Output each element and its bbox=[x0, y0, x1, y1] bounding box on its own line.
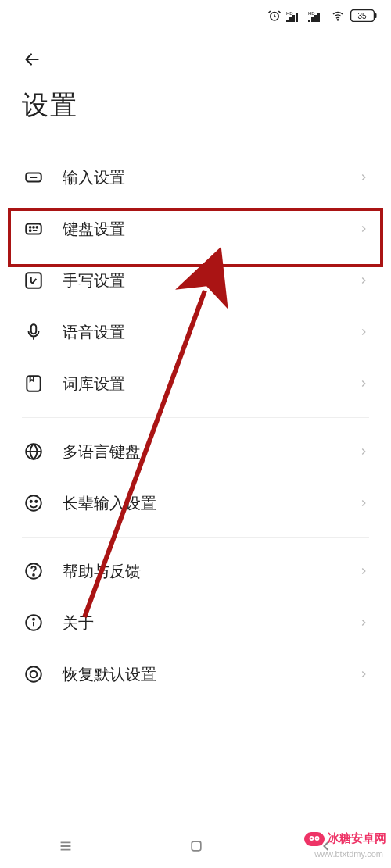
svg-rect-2 bbox=[286, 20, 289, 22]
settings-list: 输入设置 键盘设置 手写设置 语音设置 词库设置 多语言键盘 bbox=[0, 130, 391, 700]
row-label: 键盘设置 bbox=[63, 219, 358, 240]
row-keyboard-settings[interactable]: 键盘设置 bbox=[0, 203, 391, 255]
row-about[interactable]: 关于 bbox=[0, 597, 391, 648]
square-icon bbox=[188, 838, 204, 854]
row-label: 语音设置 bbox=[63, 322, 358, 343]
info-icon bbox=[22, 611, 45, 634]
nav-home-button[interactable] bbox=[188, 838, 204, 857]
alarm-icon bbox=[267, 9, 282, 23]
svg-rect-13 bbox=[375, 13, 377, 18]
svg-point-18 bbox=[33, 227, 34, 228]
svg-point-32 bbox=[26, 666, 41, 682]
row-label: 词库设置 bbox=[63, 373, 358, 395]
svg-text:HD: HD bbox=[286, 11, 293, 16]
divider bbox=[22, 417, 369, 418]
chevron-right-icon bbox=[358, 275, 369, 286]
globe-icon bbox=[22, 440, 45, 463]
svg-rect-7 bbox=[308, 20, 310, 22]
chevron-right-icon bbox=[358, 327, 369, 338]
reset-icon bbox=[22, 663, 45, 686]
chevron-right-icon bbox=[358, 223, 369, 234]
chevron-right-icon bbox=[358, 617, 369, 628]
svg-point-38 bbox=[316, 837, 317, 838]
svg-rect-16 bbox=[26, 224, 41, 234]
chevron-right-icon bbox=[358, 172, 369, 183]
row-label: 手写设置 bbox=[63, 270, 358, 291]
row-label: 帮助与反馈 bbox=[63, 561, 358, 582]
bookmark-icon bbox=[22, 372, 45, 395]
nav-recent-button[interactable] bbox=[57, 838, 74, 858]
keyboard-icon bbox=[22, 217, 45, 241]
svg-point-29 bbox=[33, 574, 34, 576]
row-label: 输入设置 bbox=[63, 167, 358, 188]
row-input-settings[interactable]: 输入设置 bbox=[0, 152, 391, 203]
chevron-right-icon bbox=[358, 498, 369, 509]
svg-point-37 bbox=[310, 837, 312, 838]
svg-rect-5 bbox=[296, 13, 298, 22]
svg-text:35: 35 bbox=[357, 12, 367, 20]
svg-point-11 bbox=[337, 20, 338, 20]
svg-point-33 bbox=[30, 671, 38, 678]
svg-point-31 bbox=[33, 619, 34, 620]
svg-rect-39 bbox=[192, 841, 201, 851]
row-label: 长辈输入设置 bbox=[63, 493, 358, 514]
svg-rect-22 bbox=[31, 324, 37, 334]
chevron-right-icon bbox=[358, 378, 369, 389]
status-bar: HD HD 35 bbox=[0, 0, 391, 31]
row-reset-defaults[interactable]: 恢复默认设置 bbox=[0, 648, 391, 700]
row-voice-settings[interactable]: 语音设置 bbox=[0, 306, 391, 358]
svg-rect-4 bbox=[292, 15, 295, 22]
svg-rect-10 bbox=[317, 13, 320, 22]
signal2-icon: HD bbox=[308, 9, 325, 22]
svg-rect-9 bbox=[314, 15, 317, 22]
row-label: 恢复默认设置 bbox=[63, 664, 358, 685]
svg-point-26 bbox=[30, 501, 32, 502]
page-title: 设置 bbox=[22, 88, 369, 123]
help-icon bbox=[22, 559, 45, 583]
chevron-right-icon bbox=[358, 446, 369, 457]
row-help-feedback[interactable]: 帮助与反馈 bbox=[0, 545, 391, 597]
svg-rect-3 bbox=[289, 17, 292, 22]
svg-point-19 bbox=[36, 227, 38, 228]
chevron-right-icon bbox=[358, 566, 369, 577]
row-multilang-keyboard[interactable]: 多语言键盘 bbox=[0, 426, 391, 477]
svg-rect-21 bbox=[26, 273, 41, 288]
svg-point-20 bbox=[30, 230, 31, 231]
svg-text:HD: HD bbox=[308, 11, 315, 16]
signal-icon: HD bbox=[286, 9, 303, 22]
divider bbox=[22, 537, 369, 538]
svg-point-17 bbox=[30, 227, 31, 228]
row-label: 多语言键盘 bbox=[63, 441, 358, 463]
back-button[interactable] bbox=[22, 45, 50, 73]
mic-icon bbox=[22, 320, 45, 344]
row-dict-settings[interactable]: 词库设置 bbox=[0, 358, 391, 409]
menu-icon bbox=[57, 838, 74, 855]
header: 设置 bbox=[0, 31, 391, 130]
handwrite-icon bbox=[22, 269, 45, 292]
svg-point-27 bbox=[35, 501, 37, 502]
watermark-url: www.btxtdmy.com bbox=[314, 849, 383, 859]
svg-point-25 bbox=[26, 495, 41, 511]
arrow-left-icon bbox=[22, 49, 42, 70]
row-elder-input[interactable]: 长辈输入设置 bbox=[0, 477, 391, 529]
row-handwrite-settings[interactable]: 手写设置 bbox=[0, 255, 391, 306]
chevron-right-icon bbox=[358, 669, 369, 680]
row-label: 关于 bbox=[63, 613, 358, 634]
watermark: 冰糖安卓网 bbox=[304, 831, 386, 846]
battery-icon: 35 bbox=[350, 9, 377, 22]
watermark-bubble-icon bbox=[304, 832, 325, 846]
input-icon bbox=[22, 166, 45, 189]
wifi-icon bbox=[330, 9, 346, 22]
elder-icon bbox=[22, 491, 45, 515]
watermark-text: 冰糖安卓网 bbox=[328, 831, 386, 846]
svg-rect-8 bbox=[311, 17, 314, 22]
